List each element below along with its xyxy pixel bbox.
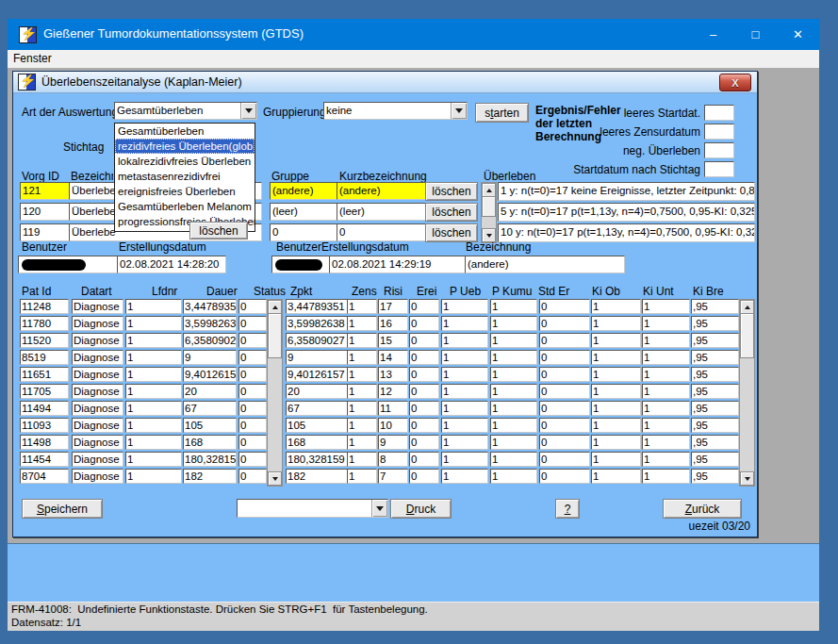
starten-button[interactable]: starten: [475, 103, 529, 123]
cell-ki-unt[interactable]: 1: [642, 469, 690, 484]
gruppe-field[interactable]: (andere): [270, 182, 338, 200]
close-button[interactable]: ✕: [777, 19, 819, 50]
right-table-scrollbar[interactable]: [739, 299, 755, 487]
cell-erei[interactable]: 0: [409, 333, 439, 348]
left-table-scrollbar[interactable]: [267, 299, 283, 487]
cell-zpkt[interactable]: 20: [286, 384, 348, 399]
cell-status[interactable]: 0: [238, 435, 267, 450]
cell-status[interactable]: 0: [238, 418, 267, 433]
cell-p-ueb[interactable]: 1: [441, 401, 488, 416]
cell-ki-bre[interactable]: ,95: [691, 401, 739, 416]
cell-ki-bre[interactable]: ,95: [691, 435, 739, 450]
cell-p-ueb[interactable]: 1: [441, 316, 488, 331]
scrollbar-thumb[interactable]: [268, 313, 282, 358]
list-item[interactable]: ereignisfreies Überleben: [115, 184, 255, 199]
cell-datart[interactable]: Diagnose: [72, 299, 123, 314]
cell-lfdnr[interactable]: 1: [125, 333, 182, 348]
list-item[interactable]: Gesamtüberleben Melanom: [115, 199, 255, 214]
cell-std-er[interactable]: 0: [539, 316, 590, 331]
erstellungsdatum-field[interactable]: 02.08.2021 14:29:19: [329, 256, 466, 273]
ueberleben-field[interactable]: 10 y: n(t=0)=17 p(t=1,13y, n=4)=0,7500, …: [498, 223, 755, 242]
cell-p-ueb[interactable]: 1: [441, 435, 488, 450]
cell-p-kumu[interactable]: 1: [490, 452, 537, 467]
cell-ki-ob[interactable]: 1: [591, 299, 641, 314]
cell-lfdnr[interactable]: 1: [125, 469, 182, 484]
maximize-button[interactable]: □: [734, 19, 777, 50]
cell-erei[interactable]: 0: [409, 452, 439, 467]
cell-std-er[interactable]: 0: [539, 435, 590, 450]
art-der-auswertung-select[interactable]: Gesamtüberleben: [114, 102, 257, 120]
window-titlebar[interactable]: ⚡ Gießener Tumordokumentationssystem (GT…: [8, 19, 819, 50]
cell-p-kumu[interactable]: 1: [490, 299, 537, 314]
cell-ki-bre[interactable]: ,95: [691, 384, 739, 399]
cell-dauer[interactable]: 20: [183, 384, 237, 399]
cell-p-kumu[interactable]: 1: [490, 384, 537, 399]
cell-ki-unt[interactable]: 1: [642, 401, 690, 416]
cell-std-er[interactable]: 0: [539, 350, 590, 365]
cell-lfdnr[interactable]: 1: [125, 418, 182, 433]
cell-risi[interactable]: 10: [378, 418, 408, 433]
cell-pat-id[interactable]: 11494: [20, 401, 69, 416]
cell-zens[interactable]: 1: [347, 469, 377, 484]
cell-p-ueb[interactable]: 1: [441, 350, 488, 365]
vorg-id-field[interactable]: 120: [20, 203, 72, 221]
cell-ki-ob[interactable]: 1: [591, 435, 641, 450]
cell-status[interactable]: 0: [238, 316, 267, 331]
cell-p-ueb[interactable]: 1: [441, 299, 488, 314]
cell-zpkt[interactable]: 3,59982638: [286, 316, 348, 331]
cell-datart[interactable]: Diagnose: [72, 384, 123, 399]
cell-p-kumu[interactable]: 1: [490, 350, 537, 365]
minimize-button[interactable]: –: [692, 19, 734, 50]
cell-p-kumu[interactable]: 1: [490, 333, 537, 348]
cell-dauer[interactable]: 168: [183, 435, 237, 450]
cell-std-er[interactable]: 0: [539, 401, 590, 416]
speichern-button[interactable]: Speichern: [22, 499, 103, 519]
cell-ki-ob[interactable]: 1: [591, 316, 641, 331]
cell-status[interactable]: 0: [238, 452, 267, 467]
benutzer-field[interactable]: [18, 256, 122, 273]
cell-ki-bre[interactable]: ,95: [691, 418, 739, 433]
cell-erei[interactable]: 0: [409, 299, 439, 314]
cell-p-ueb[interactable]: 1: [441, 367, 488, 382]
cell-erei[interactable]: 0: [409, 367, 439, 382]
cell-p-ueb[interactable]: 1: [441, 384, 488, 399]
cell-datart[interactable]: Diagnose: [72, 350, 123, 365]
chevron-down-icon[interactable]: [240, 103, 256, 119]
cell-p-kumu[interactable]: 1: [490, 435, 537, 450]
dialog-titlebar[interactable]: ⚡ Überlebenszeitanalyse (Kaplan-Meier) X: [13, 72, 757, 93]
cell-std-er[interactable]: 0: [539, 418, 590, 433]
cell-ki-bre[interactable]: ,95: [691, 299, 739, 314]
scrollbar-thumb[interactable]: [482, 196, 496, 217]
cell-datart[interactable]: Diagnose: [72, 469, 123, 484]
ueberleben-scrollbar[interactable]: [481, 182, 497, 243]
leeres-startdat-field[interactable]: [704, 105, 734, 121]
cell-datart[interactable]: Diagnose: [72, 418, 123, 433]
cell-lfdnr[interactable]: 1: [125, 384, 182, 399]
cell-ki-ob[interactable]: 1: [591, 452, 641, 467]
cell-zpkt[interactable]: 180,328159: [286, 452, 348, 467]
cell-dauer[interactable]: 9,40126157: [183, 367, 237, 382]
cell-p-ueb[interactable]: 1: [441, 333, 488, 348]
cell-status[interactable]: 0: [238, 350, 267, 365]
list-item-selected[interactable]: rezidivfreies Überleben(glob.): [115, 139, 255, 154]
cell-p-ueb[interactable]: 1: [441, 469, 488, 484]
gruppierung-select[interactable]: keine: [323, 102, 468, 120]
loeschen-button[interactable]: löschen: [425, 203, 478, 222]
cell-pat-id[interactable]: 8519: [20, 350, 69, 365]
cell-zpkt[interactable]: 3,44789351: [286, 299, 348, 314]
cell-zens[interactable]: 1: [347, 350, 377, 365]
cell-datart[interactable]: Diagnose: [72, 333, 123, 348]
cell-pat-id[interactable]: 11520: [20, 333, 69, 348]
cell-zens[interactable]: 1: [347, 367, 377, 382]
cell-risi[interactable]: 15: [378, 333, 408, 348]
cell-ki-ob[interactable]: 1: [591, 333, 641, 348]
scroll-up-icon[interactable]: [482, 183, 496, 197]
cell-zpkt[interactable]: 6,35809027: [286, 333, 348, 348]
ueberleben-field[interactable]: 5 y: n(t=0)=17 p(t=1,13y, n=4)=0,7500, 0…: [498, 203, 755, 222]
bezeichnung-value-field[interactable]: (andere): [465, 256, 625, 273]
cell-ki-unt[interactable]: 1: [642, 333, 690, 348]
print-target-select[interactable]: [237, 499, 388, 518]
list-item[interactable]: Gesamtüberleben: [115, 124, 255, 139]
ueberleben-field[interactable]: 1 y: n(t=0)=17 keine Ereignisse, letzter…: [498, 182, 755, 201]
cell-lfdnr[interactable]: 1: [125, 350, 182, 365]
